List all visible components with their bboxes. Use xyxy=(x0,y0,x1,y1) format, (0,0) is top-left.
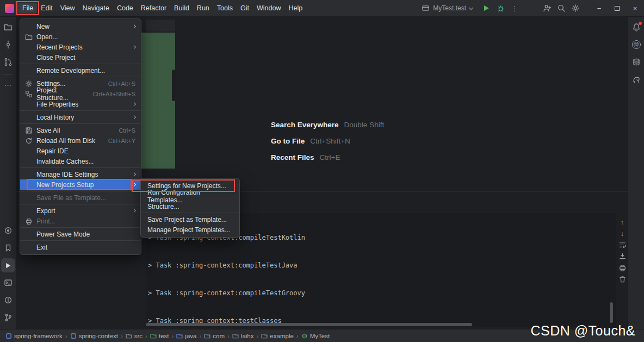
menu-view[interactable]: View xyxy=(57,3,79,14)
console-horizontal-scrollbar[interactable] xyxy=(146,323,472,326)
menu-item-file-properties[interactable]: File Properties xyxy=(20,99,141,109)
menu-window[interactable]: Window xyxy=(253,3,284,14)
run-button[interactable] xyxy=(479,1,493,16)
test-folder-icon xyxy=(150,333,157,339)
menu-separator xyxy=(141,213,239,213)
breadcrumb-item[interactable]: MyTest xyxy=(301,333,330,339)
ai-assistant-tool-button[interactable]: @ xyxy=(629,38,643,52)
breadcrumb-item[interactable]: test xyxy=(150,333,169,339)
test-class-icon xyxy=(301,333,308,339)
menu-separator xyxy=(20,240,141,241)
menu-item-manage-ide-settings[interactable]: Manage IDE Settings xyxy=(20,169,141,179)
gradle-tool-button[interactable] xyxy=(629,72,643,86)
menu-build[interactable]: Build xyxy=(170,3,193,14)
menu-item-close-project[interactable]: Close Project xyxy=(20,52,141,63)
hint-go-to-file: Go to File Ctrl+Shift+N xyxy=(271,137,384,147)
more-tool-windows-button[interactable]: ⋯ xyxy=(1,78,15,92)
submenu-item-manage-project-templates[interactable]: Manage Project Templates... xyxy=(141,225,239,235)
breadcrumb-label: laihx xyxy=(241,333,254,339)
editor-tab-remnant xyxy=(146,20,175,32)
debug-button[interactable] xyxy=(493,1,507,16)
menu-tools[interactable]: Tools xyxy=(213,3,237,14)
menu-refactor[interactable]: Refactor xyxy=(137,3,170,14)
clear-console-button[interactable] xyxy=(616,273,628,285)
minimize-button[interactable]: − xyxy=(590,0,608,17)
database-tool-button[interactable] xyxy=(629,55,643,69)
right-tool-stripe: @ xyxy=(628,17,644,329)
menu-item-power-save-mode[interactable]: Power Save Mode xyxy=(20,229,141,239)
menu-item-new-projects-setup[interactable]: New Projects Setup xyxy=(20,179,141,190)
soft-wrap-button[interactable] xyxy=(616,239,628,251)
breadcrumb-item[interactable]: src xyxy=(126,333,143,339)
menu-run[interactable]: Run xyxy=(193,3,213,14)
commit-tool-button[interactable] xyxy=(1,38,15,52)
terminal-tool-button[interactable] xyxy=(1,276,15,290)
breadcrumb-item[interactable]: com xyxy=(204,333,225,339)
services-tool-button[interactable] xyxy=(1,223,15,238)
project-tool-button[interactable] xyxy=(1,20,15,34)
menu-item-save-all[interactable]: Save AllCtrl+S xyxy=(20,125,141,135)
menu-help[interactable]: Help xyxy=(284,3,306,14)
more-actions-button[interactable]: ⋮ xyxy=(507,1,522,16)
menu-item-recent-projects[interactable]: Recent Projects xyxy=(20,42,141,52)
menu-edit[interactable]: Edit xyxy=(37,3,57,14)
menu-code[interactable]: Code xyxy=(113,3,137,14)
menu-item-project-structure[interactable]: Project Structure...Ctrl+Alt+Shift+S xyxy=(20,89,141,99)
menu-item-print: Print... xyxy=(20,216,141,226)
menu-item-local-history[interactable]: Local History xyxy=(20,112,141,122)
submenu-arrow-icon xyxy=(132,209,136,213)
editor-scrollbar[interactable] xyxy=(172,70,175,101)
menu-item-new[interactable]: New xyxy=(20,21,141,32)
menu-navigate[interactable]: Navigate xyxy=(79,3,113,14)
submenu-item-structure[interactable]: Structure... xyxy=(141,201,239,212)
menu-item-remote-development[interactable]: Remote Development... xyxy=(20,65,141,76)
menu-separator xyxy=(20,204,141,204)
menu-git[interactable]: Git xyxy=(237,3,253,14)
breadcrumb-item[interactable]: java xyxy=(176,333,196,339)
menu-item-export[interactable]: Export xyxy=(20,206,141,216)
app-logo-icon xyxy=(5,4,14,13)
submenu-item-save-project-as-template[interactable]: Save Project as Template... xyxy=(141,214,239,225)
print-button[interactable] xyxy=(616,262,628,273)
search-everywhere-button[interactable] xyxy=(554,1,568,16)
submenu-arrow-icon xyxy=(132,24,136,28)
breadcrumb-label: test xyxy=(159,333,169,339)
menu-item-invalidate-caches[interactable]: Invalidate Caches... xyxy=(20,156,141,166)
menu-item-open[interactable]: Open... xyxy=(20,32,141,42)
breadcrumb-item[interactable]: spring-framework xyxy=(5,333,63,339)
pull-requests-tool-button[interactable] xyxy=(1,55,15,69)
maximize-button[interactable] xyxy=(608,0,626,17)
submenu-arrow-icon xyxy=(132,102,136,106)
version-control-tool-button[interactable] xyxy=(1,310,15,325)
scroll-down-button[interactable]: ↓ xyxy=(616,228,628,239)
editor-highlight-block xyxy=(141,33,175,169)
breadcrumb-label: example xyxy=(270,333,293,339)
package-icon xyxy=(204,333,210,339)
breadcrumb-label: java xyxy=(185,333,196,339)
submenu-arrow-icon xyxy=(132,115,136,119)
code-with-me-button[interactable] xyxy=(540,1,554,16)
run-configuration-selector[interactable]: MyTest.test xyxy=(422,4,473,13)
bookmarks-tool-button[interactable] xyxy=(1,241,15,255)
package-icon xyxy=(261,333,268,339)
run-tool-button[interactable] xyxy=(1,258,15,272)
menu-file[interactable]: File xyxy=(18,3,37,14)
settings-gear-button[interactable] xyxy=(568,1,583,16)
notifications-button[interactable] xyxy=(629,20,643,34)
scroll-to-end-button[interactable] xyxy=(616,251,628,262)
breadcrumb-item[interactable]: spring-context xyxy=(70,333,118,339)
menu-item-reload-all-from-disk[interactable]: Reload All from DiskCtrl+Alt+Y xyxy=(20,135,141,146)
problems-tool-button[interactable] xyxy=(1,293,15,307)
breadcrumb-item[interactable]: example xyxy=(261,333,293,339)
console-vertical-scrollbar[interactable] xyxy=(610,302,613,323)
breadcrumb-label: MyTest xyxy=(310,333,330,339)
maximize-icon xyxy=(615,6,620,11)
breadcrumb-label: src xyxy=(134,333,143,339)
menu-item-exit[interactable]: Exit xyxy=(20,242,141,252)
breadcrumb-item[interactable]: laihx xyxy=(232,333,254,339)
menu-item-repair-ide[interactable]: Repair IDE xyxy=(20,146,141,156)
submenu-item-run-configuration-templates[interactable]: Run Configuration Templates... xyxy=(141,191,239,201)
close-button[interactable]: × xyxy=(626,0,644,17)
ai-assistant-icon: @ xyxy=(632,40,641,49)
scroll-up-button[interactable]: ↑ xyxy=(616,216,628,228)
